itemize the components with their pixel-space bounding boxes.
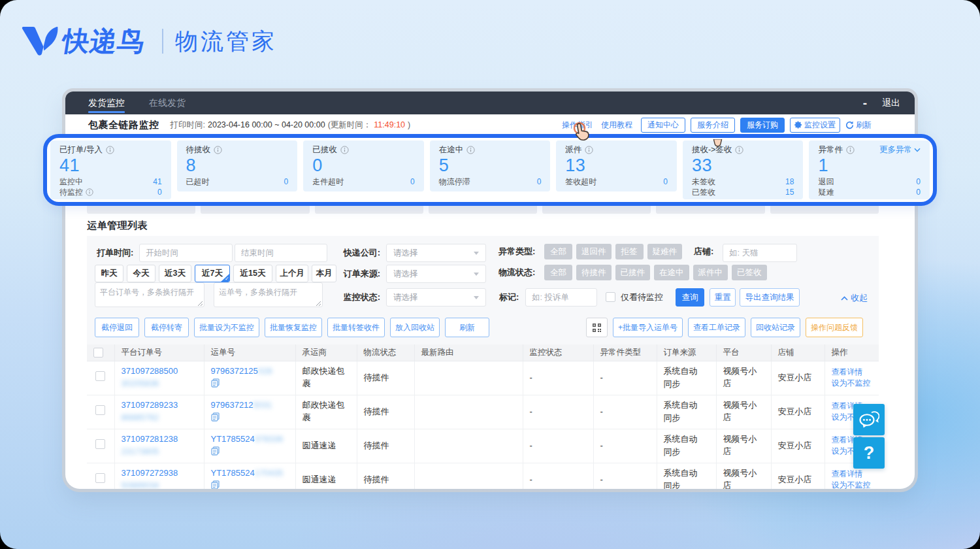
courier-select[interactable]: 请选择	[386, 244, 486, 262]
recycle-bin-button[interactable]: 放入回收站	[390, 318, 440, 337]
batch-sign-button[interactable]: 批量转签收件	[327, 318, 385, 337]
set-unmonitor-link[interactable]: 设为不监控	[832, 378, 873, 389]
waybill-number-textarea[interactable]	[214, 282, 323, 307]
stat-card-delivering[interactable]: 派件 13 签收超时0	[556, 141, 677, 191]
redacted-text: 170435	[255, 468, 283, 478]
range-15days-button[interactable]: 近15天	[233, 265, 272, 282]
end-time-input[interactable]	[235, 244, 327, 262]
recycle-records-button[interactable]: 回收站记录	[751, 318, 800, 337]
view-detail-link[interactable]: 查看详情	[832, 367, 873, 378]
row-checkbox[interactable]	[95, 405, 105, 415]
refresh-list-button[interactable]: 刷新	[445, 318, 489, 337]
range-7days-button[interactable]: 近7天	[195, 265, 230, 282]
platform-order-link[interactable]: 371097288500	[122, 366, 178, 376]
logout-button[interactable]: 退出	[882, 97, 900, 109]
stat-subrow-label: 签收超时	[565, 176, 596, 188]
shop-filter-label: 店铺:	[694, 242, 713, 261]
stat-card-collected[interactable]: 已揽收 0 走件超时0	[303, 141, 424, 191]
more-abnormal-link[interactable]: 更多异常	[879, 145, 921, 155]
export-results-button[interactable]: 导出查询结果	[740, 288, 800, 307]
abnormal-type-all-chip[interactable]: 全部	[544, 244, 572, 259]
logistics-status-transit-chip[interactable]: 在途中	[654, 265, 689, 280]
collapse-link[interactable]: 收起	[841, 292, 868, 304]
waybill-link[interactable]: YT1785524	[211, 468, 255, 478]
platform-order-link[interactable]: 371097289233	[122, 400, 178, 410]
logistics-status-signed-chip[interactable]: 已签收	[732, 265, 767, 280]
only-pending-checkbox[interactable]	[606, 292, 615, 302]
monitor-settings-button[interactable]: 监控设置	[790, 118, 840, 133]
stat-card-in-transit[interactable]: 在途中 5 物流停滞0	[430, 141, 551, 191]
abnormal-type-difficult-chip[interactable]: 疑难件	[647, 244, 683, 259]
platform-order-link[interactable]: 371097272938	[122, 468, 178, 478]
view-detail-link[interactable]: 查看详情	[832, 469, 873, 480]
batch-import-waybill-button[interactable]: +批量导入运单号	[613, 318, 683, 337]
tab-online-shipping-label: 在线发货	[149, 97, 186, 109]
platform-order-link[interactable]: 371097281238	[122, 434, 178, 444]
service-subscribe-button[interactable]: 服务订购	[740, 118, 785, 133]
minimize-button[interactable]: -	[863, 100, 867, 107]
query-button[interactable]: 查询	[676, 288, 704, 307]
row-checkbox[interactable]	[95, 371, 105, 381]
stat-card-abnormal[interactable]: 异常件 更多异常 1 退回0 疑难0	[809, 141, 930, 199]
help-button[interactable]: ?	[853, 437, 885, 469]
guide-link[interactable]: 操作指引	[562, 120, 593, 131]
tutorial-link[interactable]: 使用教程	[601, 120, 632, 131]
range-lastmonth-button[interactable]: 上个月	[276, 265, 308, 282]
intercept-forward-button[interactable]: 截停转寄	[144, 318, 189, 337]
latest-route-cell	[414, 395, 523, 429]
copy-icon[interactable]	[211, 412, 220, 422]
scan-qr-button[interactable]	[586, 318, 608, 337]
tab-online-shipping[interactable]: 在线发货	[149, 92, 186, 114]
shop-input[interactable]	[723, 244, 797, 262]
reset-button[interactable]: 重置	[710, 288, 736, 307]
stat-card-pickup-pending[interactable]: 待揽收 8 已超时0	[177, 141, 298, 191]
intercept-return-button[interactable]: 截停退回	[95, 318, 139, 337]
logistics-status-collected-chip[interactable]: 已揽件	[615, 265, 651, 280]
waybill-link[interactable]: 979637212	[211, 400, 253, 410]
copy-icon[interactable]	[211, 378, 220, 388]
waybill-link[interactable]: YT1785524	[211, 434, 255, 444]
range-3days-button[interactable]: 近3天	[159, 265, 191, 282]
work-order-records-button[interactable]: 查看工单记录	[688, 318, 745, 337]
logistics-status-pending-chip[interactable]: 待揽件	[576, 265, 612, 280]
select-all-checkbox[interactable]	[93, 348, 103, 358]
tab-shipping-monitor[interactable]: 发货监控	[88, 92, 125, 114]
refresh-icon	[845, 121, 854, 129]
batch-unmonitor-button[interactable]: 批量设为不监控	[194, 318, 259, 337]
service-intro-label: 服务介绍	[697, 120, 728, 131]
order-source-select[interactable]: 请选择	[386, 265, 486, 283]
platform-order-textarea[interactable]	[95, 282, 204, 307]
monitor-status-select[interactable]: 请选择	[386, 288, 486, 307]
only-pending-label[interactable]: 仅看待监控	[621, 288, 663, 307]
abnormal-type-return-chip[interactable]: 退回件	[576, 244, 612, 259]
notification-center-button[interactable]: 通知中心	[641, 118, 685, 133]
abnormal-type-reject-chip[interactable]: 拒签	[615, 244, 644, 259]
redacted-text: 30205836	[122, 378, 159, 388]
logistics-status-cell: 待揽件	[357, 429, 414, 463]
waybill-link[interactable]: 9796372125	[211, 366, 258, 376]
copy-icon[interactable]	[211, 446, 220, 456]
range-today-button[interactable]: 今天	[127, 265, 155, 282]
stat-card-printed[interactable]: 已打单/导入 41 监控中41 待监控 0	[50, 141, 171, 199]
logistics-status-all-chip[interactable]: 全部	[544, 265, 572, 280]
stat-card-pickup-to-sign[interactable]: 揽收->签收 33 未签收18 已签收15	[683, 141, 804, 199]
feedback-button[interactable]: 操作问题反馈	[806, 318, 863, 337]
row-checkbox[interactable]	[95, 473, 105, 483]
set-unmonitor-link[interactable]: 设为不监控	[832, 480, 873, 489]
customer-service-button[interactable]	[853, 404, 885, 435]
row-checkbox[interactable]	[95, 439, 105, 449]
refresh-link[interactable]: 刷新	[845, 120, 872, 131]
batch-restore-monitor-button[interactable]: 批量恢复监控	[265, 318, 322, 337]
info-icon	[86, 188, 93, 196]
copy-icon[interactable]	[211, 480, 220, 489]
start-time-input[interactable]	[139, 244, 233, 262]
service-intro-button[interactable]: 服务介绍	[691, 118, 735, 133]
range-thismonth-button[interactable]: 本月	[312, 265, 336, 282]
info-icon	[466, 146, 475, 154]
range-yesterday-button[interactable]: 昨天	[95, 265, 123, 282]
logistics-status-delivering-chip[interactable]: 派件中	[693, 265, 728, 280]
table-row: 37109728123823173805 YT1785524378336 圆通速…	[87, 429, 879, 463]
underlying-stats-row	[87, 205, 879, 214]
mark-input[interactable]	[525, 288, 597, 307]
window-titlebar: 发货监控 在线发货 - 退出	[65, 92, 915, 114]
